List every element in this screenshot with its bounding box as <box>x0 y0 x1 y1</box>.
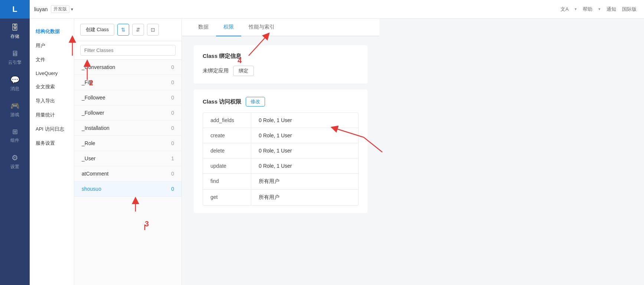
topbar-translate-arrow[interactable]: ▾ <box>575 7 577 12</box>
third-panel: 创建 Class ⇅ ⇵ ⊡ _Conversation 0 _File 0 _… <box>74 19 182 285</box>
perm-key-delete: delete <box>203 143 251 158</box>
storage-icon: 🗄 <box>11 23 19 32</box>
class-count: 0 <box>171 95 174 101</box>
perm-key-get: get <box>203 190 251 205</box>
sidebar-item-game[interactable]: 🎮 游戏 <box>0 96 30 122</box>
unbind-text: 未绑定应用 <box>203 68 229 74</box>
sidebar-item-storage[interactable]: 🗄 存储 <box>0 19 30 45</box>
perm-row-create: create 0 Role, 1 User <box>203 128 358 143</box>
class-item-conversation[interactable]: _Conversation 0 <box>74 60 182 75</box>
second-panel-item-structured[interactable]: 结构化数据 <box>30 24 74 39</box>
main-content: 数据 权限 性能与索引 Class 绑定信息 未绑定应用 绑定 Class 访问… <box>182 19 379 285</box>
class-count: 0 <box>171 79 174 85</box>
perm-table: add_fields 0 Role, 1 User create 0 Role,… <box>203 112 359 206</box>
create-class-button[interactable]: 创建 Class <box>80 24 114 36</box>
dev-tag[interactable]: 开发版 <box>51 5 69 13</box>
second-panel-item-files[interactable]: 文件 <box>30 53 74 67</box>
message-icon: 💬 <box>10 75 20 84</box>
class-name: atComment <box>82 171 108 177</box>
settings-icon: ⚙ <box>12 153 18 162</box>
third-panel-header: 创建 Class ⇅ ⇵ ⊡ <box>74 19 182 41</box>
storage-label: 存储 <box>10 33 19 40</box>
class-item-shousuo[interactable]: shousuo 0 <box>74 181 182 197</box>
class-item-followee[interactable]: _Followee 0 <box>74 90 182 105</box>
region-button[interactable]: 国际版 <box>622 6 637 13</box>
sidebar-item-message[interactable]: 💬 消息 <box>0 71 30 96</box>
sidebar-item-settings[interactable]: ⚙ 设置 <box>0 148 30 174</box>
class-count: 0 <box>171 110 174 116</box>
perm-header: Class 访问权限 修改 <box>203 97 359 107</box>
perm-row-get: get 所有用户 <box>203 190 358 205</box>
game-label: 游戏 <box>10 112 19 118</box>
perm-val-find: 所有用户 <box>251 174 358 189</box>
class-count: 0 <box>171 125 174 131</box>
main-body: Class 绑定信息 未绑定应用 绑定 Class 访问权限 修改 add_fi… <box>182 36 379 285</box>
app-logo: L <box>12 4 17 14</box>
class-item-file[interactable]: _File 0 <box>74 75 182 90</box>
class-name: _Role <box>82 140 95 146</box>
tab-performance-index[interactable]: 性能与索引 <box>241 19 282 36</box>
perm-key-create: create <box>203 128 251 143</box>
second-panel-item-servicesettings[interactable]: 服务设置 <box>30 136 74 150</box>
class-item-installation[interactable]: _Installation 0 <box>74 121 182 136</box>
perm-row-find: find 所有用户 <box>203 174 358 190</box>
help-arrow[interactable]: ▾ <box>598 7 601 12</box>
perm-row-delete: delete 0 Role, 1 User <box>203 143 358 158</box>
sort-asc-button[interactable]: ⇅ <box>117 24 129 36</box>
perm-row-add-fields: add_fields 0 Role, 1 User <box>203 113 358 128</box>
class-item-role[interactable]: _Role 0 <box>74 136 182 151</box>
class-count: 0 <box>171 186 174 192</box>
bind-button[interactable]: 绑定 <box>233 66 254 76</box>
class-count: 0 <box>171 140 174 146</box>
class-perm-section: Class 访问权限 修改 add_fields 0 Role, 1 User … <box>194 89 367 213</box>
bind-row: 未绑定应用 绑定 <box>203 66 359 76</box>
second-panel-item-users[interactable]: 用户 <box>30 39 74 53</box>
dropdown-arrow[interactable]: ▾ <box>71 7 73 12</box>
second-panel-item-livequery[interactable]: LiveQuery <box>30 67 74 80</box>
component-label: 组件 <box>10 137 19 144</box>
class-count: 0 <box>171 171 174 177</box>
perm-key-find: find <box>203 174 251 189</box>
perm-val-get: 所有用户 <box>251 190 358 205</box>
username: liuyan <box>34 6 48 12</box>
filter-button[interactable]: ⊡ <box>147 24 159 36</box>
cloudengine-icon: 🖥 <box>11 49 19 58</box>
cloudengine-label: 云引擎 <box>8 59 22 66</box>
second-panel-item-importexport[interactable]: 导入导出 <box>30 94 74 108</box>
class-item-user[interactable]: _User 1 <box>74 151 182 166</box>
perm-val-create: 0 Role, 1 User <box>251 128 358 143</box>
second-panel-item-usage[interactable]: 用量统计 <box>30 108 74 122</box>
main-tabs: 数据 权限 性能与索引 <box>182 19 379 36</box>
perm-key-add-fields: add_fields <box>203 113 251 128</box>
component-icon: ⊞ <box>12 128 18 136</box>
class-list: _Conversation 0 _File 0 _Followee 0 _Fol… <box>74 60 182 285</box>
sidebar-item-cloudengine[interactable]: 🖥 云引擎 <box>0 45 30 71</box>
class-name: _Followee <box>82 95 105 101</box>
notify-button[interactable]: 通知 <box>607 6 616 13</box>
perm-val-add-fields: 0 Role, 1 User <box>251 113 358 128</box>
class-bind-section: Class 绑定信息 未绑定应用 绑定 <box>194 45 367 83</box>
perm-key-update: update <box>203 158 251 173</box>
second-panel-item-apilog[interactable]: API 访问日志 <box>30 122 74 136</box>
class-name: shousuo <box>82 186 101 192</box>
class-item-atcomment[interactable]: atComment 0 <box>74 166 182 181</box>
modify-button[interactable]: 修改 <box>246 97 265 107</box>
sidebar-item-component[interactable]: ⊞ 组件 <box>0 122 30 148</box>
class-item-follower[interactable]: _Follower 0 <box>74 105 182 121</box>
class-bind-title: Class 绑定信息 <box>203 53 359 60</box>
tab-data[interactable]: 数据 <box>191 19 216 36</box>
sort-desc-button[interactable]: ⇵ <box>132 24 144 36</box>
class-count: 0 <box>171 64 174 70</box>
perm-val-update: 0 Role, 1 User <box>251 158 358 173</box>
second-panel: 结构化数据 用户 文件 LiveQuery 全文搜索 导入导出 用量统计 API… <box>30 19 74 285</box>
tab-permissions[interactable]: 权限 <box>216 19 241 36</box>
class-name: _Follower <box>82 110 104 116</box>
class-count: 1 <box>171 155 174 161</box>
second-panel-item-fulltext[interactable]: 全文搜索 <box>30 80 74 94</box>
filter-classes-input[interactable] <box>80 45 176 56</box>
help-button[interactable]: 帮助 <box>583 6 592 13</box>
class-name: _User <box>82 155 95 161</box>
perm-row-update: update 0 Role, 1 User <box>203 158 358 174</box>
perm-val-delete: 0 Role, 1 User <box>251 143 358 158</box>
translate-button[interactable]: 文A <box>560 6 569 13</box>
